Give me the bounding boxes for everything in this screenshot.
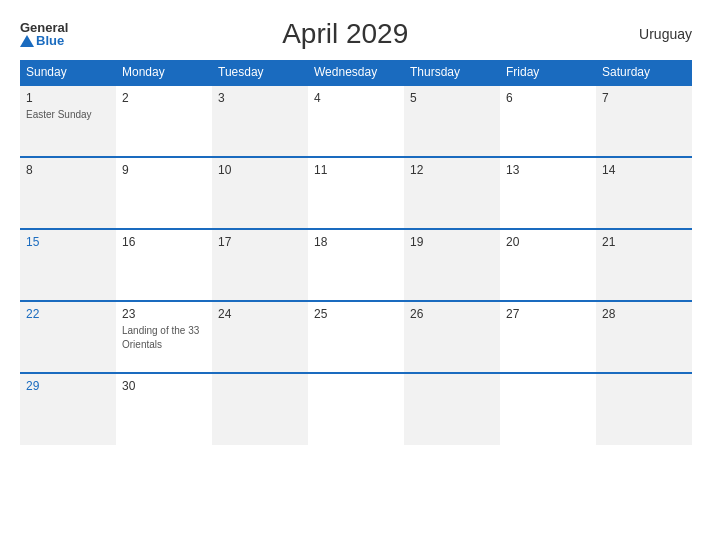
calendar-day-cell: 3 bbox=[212, 85, 308, 157]
day-number: 8 bbox=[26, 163, 110, 177]
day-number: 4 bbox=[314, 91, 398, 105]
calendar-day-cell: 6 bbox=[500, 85, 596, 157]
day-number: 28 bbox=[602, 307, 686, 321]
country-label: Uruguay bbox=[622, 26, 692, 42]
calendar-day-cell: 8 bbox=[20, 157, 116, 229]
calendar-day-cell: 13 bbox=[500, 157, 596, 229]
calendar-day-cell: 18 bbox=[308, 229, 404, 301]
calendar-day-cell bbox=[404, 373, 500, 445]
col-tuesday: Tuesday bbox=[212, 60, 308, 85]
calendar-day-cell: 14 bbox=[596, 157, 692, 229]
calendar-day-cell: 16 bbox=[116, 229, 212, 301]
col-saturday: Saturday bbox=[596, 60, 692, 85]
calendar-week-row: 2223Landing of the 33 Orientals242526272… bbox=[20, 301, 692, 373]
calendar-day-cell: 27 bbox=[500, 301, 596, 373]
calendar-day-cell: 19 bbox=[404, 229, 500, 301]
day-number: 7 bbox=[602, 91, 686, 105]
calendar-day-cell: 12 bbox=[404, 157, 500, 229]
calendar-week-row: 2930 bbox=[20, 373, 692, 445]
calendar-day-cell bbox=[212, 373, 308, 445]
col-monday: Monday bbox=[116, 60, 212, 85]
day-number: 18 bbox=[314, 235, 398, 249]
day-number: 3 bbox=[218, 91, 302, 105]
calendar-day-cell: 22 bbox=[20, 301, 116, 373]
day-number: 16 bbox=[122, 235, 206, 249]
day-number: 14 bbox=[602, 163, 686, 177]
day-number: 19 bbox=[410, 235, 494, 249]
calendar-day-cell: 29 bbox=[20, 373, 116, 445]
calendar-day-cell: 7 bbox=[596, 85, 692, 157]
calendar-day-cell: 21 bbox=[596, 229, 692, 301]
day-number: 2 bbox=[122, 91, 206, 105]
calendar-day-cell: 20 bbox=[500, 229, 596, 301]
day-number: 11 bbox=[314, 163, 398, 177]
day-number: 13 bbox=[506, 163, 590, 177]
day-number: 21 bbox=[602, 235, 686, 249]
calendar-day-cell: 11 bbox=[308, 157, 404, 229]
day-number: 5 bbox=[410, 91, 494, 105]
calendar-day-cell: 25 bbox=[308, 301, 404, 373]
calendar-day-cell: 5 bbox=[404, 85, 500, 157]
day-number: 22 bbox=[26, 307, 110, 321]
holiday-label: Easter Sunday bbox=[26, 109, 92, 120]
col-friday: Friday bbox=[500, 60, 596, 85]
day-number: 6 bbox=[506, 91, 590, 105]
logo-blue-text: Blue bbox=[20, 34, 64, 47]
calendar-day-cell bbox=[308, 373, 404, 445]
calendar-week-row: 1Easter Sunday234567 bbox=[20, 85, 692, 157]
calendar-day-cell: 26 bbox=[404, 301, 500, 373]
day-number: 29 bbox=[26, 379, 110, 393]
calendar-day-cell: 15 bbox=[20, 229, 116, 301]
day-number: 23 bbox=[122, 307, 206, 321]
day-number: 12 bbox=[410, 163, 494, 177]
calendar-day-cell: 1Easter Sunday bbox=[20, 85, 116, 157]
holiday-label: Landing of the 33 Orientals bbox=[122, 325, 199, 350]
calendar-header-row: Sunday Monday Tuesday Wednesday Thursday… bbox=[20, 60, 692, 85]
day-number: 17 bbox=[218, 235, 302, 249]
col-sunday: Sunday bbox=[20, 60, 116, 85]
calendar-day-cell: 17 bbox=[212, 229, 308, 301]
calendar-day-cell: 2 bbox=[116, 85, 212, 157]
col-wednesday: Wednesday bbox=[308, 60, 404, 85]
day-number: 15 bbox=[26, 235, 110, 249]
day-number: 26 bbox=[410, 307, 494, 321]
calendar-week-row: 15161718192021 bbox=[20, 229, 692, 301]
day-number: 30 bbox=[122, 379, 206, 393]
day-number: 1 bbox=[26, 91, 110, 105]
calendar-day-cell bbox=[500, 373, 596, 445]
day-number: 24 bbox=[218, 307, 302, 321]
calendar-day-cell: 28 bbox=[596, 301, 692, 373]
calendar-day-cell: 9 bbox=[116, 157, 212, 229]
calendar-week-row: 891011121314 bbox=[20, 157, 692, 229]
calendar-table: Sunday Monday Tuesday Wednesday Thursday… bbox=[20, 60, 692, 445]
logo: General Blue bbox=[20, 21, 68, 47]
calendar-day-cell: 30 bbox=[116, 373, 212, 445]
calendar-title: April 2029 bbox=[68, 18, 622, 50]
day-number: 25 bbox=[314, 307, 398, 321]
day-number: 27 bbox=[506, 307, 590, 321]
header: General Blue April 2029 Uruguay bbox=[20, 18, 692, 50]
day-number: 10 bbox=[218, 163, 302, 177]
logo-triangle-icon bbox=[20, 35, 34, 47]
day-number: 9 bbox=[122, 163, 206, 177]
calendar-day-cell bbox=[596, 373, 692, 445]
calendar-day-cell: 4 bbox=[308, 85, 404, 157]
day-number: 20 bbox=[506, 235, 590, 249]
col-thursday: Thursday bbox=[404, 60, 500, 85]
calendar-day-cell: 24 bbox=[212, 301, 308, 373]
calendar-day-cell: 10 bbox=[212, 157, 308, 229]
calendar-day-cell: 23Landing of the 33 Orientals bbox=[116, 301, 212, 373]
